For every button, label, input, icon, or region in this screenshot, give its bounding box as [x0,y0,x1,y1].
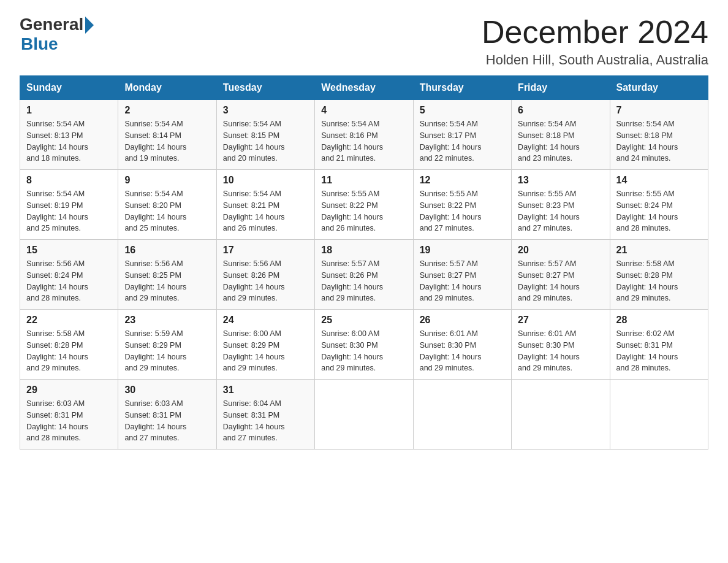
month-title: December 2024 [482,15,708,50]
logo-blue-text: Blue [21,34,94,54]
day-number: 3 [223,105,308,116]
table-row: 26 Sunrise: 6:01 AM Sunset: 8:30 PM Dayl… [413,310,511,380]
table-row: 20 Sunrise: 5:57 AM Sunset: 8:27 PM Dayl… [512,240,610,310]
day-number: 7 [616,105,702,116]
day-info: Sunrise: 5:54 AM Sunset: 8:19 PM Dayligh… [26,188,112,234]
day-info: Sunrise: 5:55 AM Sunset: 8:23 PM Dayligh… [518,188,603,234]
day-number: 20 [518,245,603,256]
table-row: 1 Sunrise: 5:54 AM Sunset: 8:13 PM Dayli… [20,100,118,170]
day-number: 26 [420,315,505,326]
logo-arrow-icon [85,17,94,34]
calendar-week-row: 22 Sunrise: 5:58 AM Sunset: 8:28 PM Dayl… [20,310,708,380]
calendar-week-row: 29 Sunrise: 6:03 AM Sunset: 8:31 PM Dayl… [20,380,708,450]
day-number: 2 [124,105,210,116]
calendar-header-row: Sunday Monday Tuesday Wednesday Thursday… [20,76,708,100]
day-number: 11 [321,175,406,186]
day-info: Sunrise: 5:59 AM Sunset: 8:29 PM Dayligh… [124,328,210,374]
table-row [413,380,511,450]
table-row: 8 Sunrise: 5:54 AM Sunset: 8:19 PM Dayli… [20,170,118,240]
table-row: 19 Sunrise: 5:57 AM Sunset: 8:27 PM Dayl… [413,240,511,310]
day-info: Sunrise: 5:57 AM Sunset: 8:27 PM Dayligh… [518,258,603,304]
calendar-week-row: 8 Sunrise: 5:54 AM Sunset: 8:19 PM Dayli… [20,170,708,240]
table-row: 27 Sunrise: 6:01 AM Sunset: 8:30 PM Dayl… [512,310,610,380]
day-info: Sunrise: 5:56 AM Sunset: 8:24 PM Dayligh… [26,258,112,304]
day-info: Sunrise: 6:00 AM Sunset: 8:30 PM Dayligh… [321,328,406,374]
day-info: Sunrise: 5:56 AM Sunset: 8:25 PM Dayligh… [124,258,210,304]
day-number: 19 [420,245,505,256]
day-info: Sunrise: 5:58 AM Sunset: 8:28 PM Dayligh… [26,328,112,374]
table-row: 9 Sunrise: 5:54 AM Sunset: 8:20 PM Dayli… [118,170,216,240]
table-row: 25 Sunrise: 6:00 AM Sunset: 8:30 PM Dayl… [315,310,413,380]
day-info: Sunrise: 6:01 AM Sunset: 8:30 PM Dayligh… [518,328,603,374]
col-wednesday: Wednesday [315,76,413,100]
col-saturday: Saturday [610,76,708,100]
day-info: Sunrise: 6:03 AM Sunset: 8:31 PM Dayligh… [26,398,112,444]
col-tuesday: Tuesday [216,76,314,100]
calendar-week-row: 1 Sunrise: 5:54 AM Sunset: 8:13 PM Dayli… [20,100,708,170]
table-row: 30 Sunrise: 6:03 AM Sunset: 8:31 PM Dayl… [118,380,216,450]
day-number: 16 [124,245,210,256]
table-row: 22 Sunrise: 5:58 AM Sunset: 8:28 PM Dayl… [20,310,118,380]
day-info: Sunrise: 5:55 AM Sunset: 8:22 PM Dayligh… [420,188,505,234]
day-number: 27 [518,315,603,326]
table-row: 10 Sunrise: 5:54 AM Sunset: 8:21 PM Dayl… [216,170,314,240]
day-number: 21 [616,245,702,256]
col-thursday: Thursday [413,76,511,100]
table-row: 2 Sunrise: 5:54 AM Sunset: 8:14 PM Dayli… [118,100,216,170]
day-number: 18 [321,245,406,256]
day-number: 22 [26,315,112,326]
calendar-week-row: 15 Sunrise: 5:56 AM Sunset: 8:24 PM Dayl… [20,240,708,310]
col-monday: Monday [118,76,216,100]
day-info: Sunrise: 6:01 AM Sunset: 8:30 PM Dayligh… [420,328,505,374]
day-number: 1 [26,105,112,116]
table-row: 28 Sunrise: 6:02 AM Sunset: 8:31 PM Dayl… [610,310,708,380]
logo-general-text: General [20,15,83,34]
table-row: 3 Sunrise: 5:54 AM Sunset: 8:15 PM Dayli… [216,100,314,170]
table-row: 16 Sunrise: 5:56 AM Sunset: 8:25 PM Dayl… [118,240,216,310]
table-row [610,380,708,450]
day-info: Sunrise: 5:54 AM Sunset: 8:14 PM Dayligh… [124,118,210,164]
table-row: 24 Sunrise: 6:00 AM Sunset: 8:29 PM Dayl… [216,310,314,380]
table-row: 31 Sunrise: 6:04 AM Sunset: 8:31 PM Dayl… [216,380,314,450]
day-number: 12 [420,175,505,186]
day-info: Sunrise: 6:04 AM Sunset: 8:31 PM Dayligh… [223,398,308,444]
day-number: 10 [223,175,308,186]
day-info: Sunrise: 6:02 AM Sunset: 8:31 PM Dayligh… [616,328,702,374]
table-row: 14 Sunrise: 5:55 AM Sunset: 8:24 PM Dayl… [610,170,708,240]
table-row: 29 Sunrise: 6:03 AM Sunset: 8:31 PM Dayl… [20,380,118,450]
day-info: Sunrise: 5:54 AM Sunset: 8:17 PM Dayligh… [420,118,505,164]
day-info: Sunrise: 5:57 AM Sunset: 8:26 PM Dayligh… [321,258,406,304]
day-number: 4 [321,105,406,116]
day-number: 13 [518,175,603,186]
day-number: 5 [420,105,505,116]
location-subtitle: Holden Hill, South Australia, Australia [482,52,708,68]
table-row: 13 Sunrise: 5:55 AM Sunset: 8:23 PM Dayl… [512,170,610,240]
day-info: Sunrise: 5:57 AM Sunset: 8:27 PM Dayligh… [420,258,505,304]
day-info: Sunrise: 5:54 AM Sunset: 8:20 PM Dayligh… [124,188,210,234]
table-row: 18 Sunrise: 5:57 AM Sunset: 8:26 PM Dayl… [315,240,413,310]
day-number: 6 [518,105,603,116]
day-info: Sunrise: 5:55 AM Sunset: 8:22 PM Dayligh… [321,188,406,234]
table-row: 5 Sunrise: 5:54 AM Sunset: 8:17 PM Dayli… [413,100,511,170]
day-number: 24 [223,315,308,326]
day-number: 8 [26,175,112,186]
table-row: 11 Sunrise: 5:55 AM Sunset: 8:22 PM Dayl… [315,170,413,240]
title-block: December 2024 Holden Hill, South Austral… [482,15,708,68]
day-number: 15 [26,245,112,256]
day-info: Sunrise: 5:54 AM Sunset: 8:16 PM Dayligh… [321,118,406,164]
table-row: 21 Sunrise: 5:58 AM Sunset: 8:28 PM Dayl… [610,240,708,310]
day-info: Sunrise: 5:54 AM Sunset: 8:18 PM Dayligh… [518,118,603,164]
table-row: 6 Sunrise: 5:54 AM Sunset: 8:18 PM Dayli… [512,100,610,170]
col-sunday: Sunday [20,76,118,100]
day-info: Sunrise: 5:54 AM Sunset: 8:18 PM Dayligh… [616,118,702,164]
table-row: 12 Sunrise: 5:55 AM Sunset: 8:22 PM Dayl… [413,170,511,240]
day-info: Sunrise: 5:56 AM Sunset: 8:26 PM Dayligh… [223,258,308,304]
table-row: 17 Sunrise: 5:56 AM Sunset: 8:26 PM Dayl… [216,240,314,310]
day-info: Sunrise: 6:03 AM Sunset: 8:31 PM Dayligh… [124,398,210,444]
col-friday: Friday [512,76,610,100]
table-row: 23 Sunrise: 5:59 AM Sunset: 8:29 PM Dayl… [118,310,216,380]
page-header: General Blue December 2024 Holden Hill, … [20,15,708,68]
day-info: Sunrise: 5:54 AM Sunset: 8:21 PM Dayligh… [223,188,308,234]
day-number: 9 [124,175,210,186]
day-info: Sunrise: 5:54 AM Sunset: 8:15 PM Dayligh… [223,118,308,164]
